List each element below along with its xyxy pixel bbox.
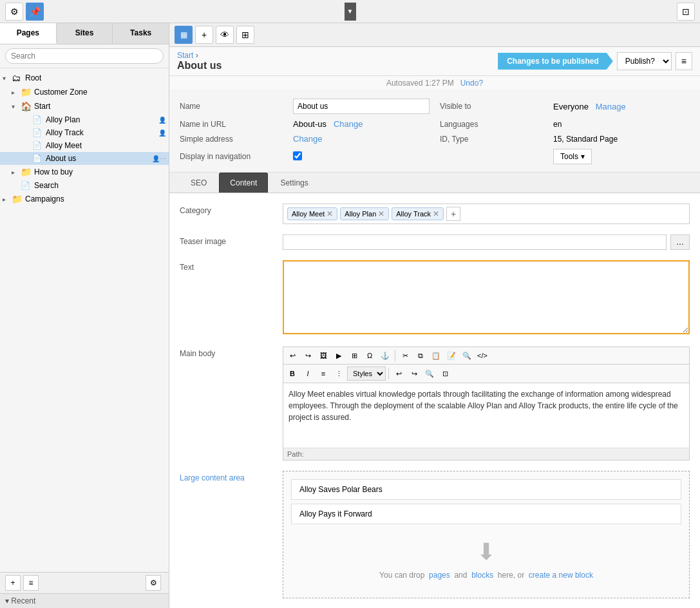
- add-category-button[interactable]: +: [446, 207, 460, 221]
- rte-redo2-btn[interactable]: ↪: [407, 367, 421, 380]
- tree-item-root[interactable]: ▾ 🗂 Root: [0, 71, 169, 85]
- text-label: Text: [180, 260, 283, 272]
- rte-toolbar-1: ↩ ↪ 🖼 ▶ ⊞ Ω ⚓ ✂ ⧉ 📋 📝 🔍: [283, 347, 689, 365]
- tab-content[interactable]: Content: [219, 173, 268, 193]
- tree-label-search: Search: [34, 181, 166, 190]
- rte-undo-btn[interactable]: ↩: [285, 349, 299, 362]
- drop-item-forward[interactable]: Alloy Pays it Forward: [291, 504, 681, 524]
- tree-item-how-to-buy[interactable]: ▸ 📁 How to buy: [0, 165, 169, 179]
- drop-pages-link[interactable]: pages: [429, 571, 450, 580]
- sidebar-settings-button[interactable]: ⚙: [146, 575, 161, 591]
- recent-text: Recent: [11, 596, 35, 605]
- display-in-nav-checkbox[interactable]: [293, 151, 302, 160]
- expand-icon: ▾: [3, 75, 12, 82]
- rte-styles-select[interactable]: Styles: [347, 366, 386, 381]
- drop-zone-placeholder: ⬇ You can drop pages and blocks here, or…: [291, 528, 681, 590]
- id-type-value-container: 15, Standard Page: [553, 134, 690, 144]
- preview-icon-btn[interactable]: 👁: [216, 26, 234, 44]
- menu-button[interactable]: ≡: [23, 575, 39, 591]
- add-icon-btn[interactable]: +: [195, 26, 213, 44]
- create-new-block-link[interactable]: create a new block: [529, 571, 593, 580]
- rte-ul-btn[interactable]: ≡: [316, 367, 330, 380]
- tree-item-about-us[interactable]: 📄 About us 👤 ⋯: [0, 152, 169, 165]
- search-input[interactable]: [5, 48, 164, 64]
- rte-sep-2: [388, 368, 389, 379]
- settings-icon-btn[interactable]: ⚙: [5, 3, 23, 21]
- drop-here: here, or: [498, 571, 524, 580]
- window-icon-btn[interactable]: ⊡: [677, 3, 695, 21]
- page-icon: 📄: [32, 115, 44, 124]
- header-menu-button[interactable]: ≡: [676, 52, 692, 70]
- tree-item-alloy-plan[interactable]: 📄 Alloy Plan 👤: [0, 113, 169, 126]
- drop-zone[interactable]: Alloy Saves Polar Bears Alloy Pays it Fo…: [283, 471, 690, 598]
- publish-select[interactable]: Publish?: [617, 52, 672, 70]
- tools-button[interactable]: Tools ▾: [553, 149, 592, 164]
- tab-sites[interactable]: Sites: [57, 23, 113, 44]
- rte-search-btn[interactable]: 🔍: [422, 367, 437, 380]
- changes-to-publish-button[interactable]: Changes to be published: [498, 53, 613, 70]
- rte-copy-btn[interactable]: ⧉: [413, 349, 428, 362]
- drop-blocks-link[interactable]: blocks: [471, 571, 493, 580]
- tree-item-customer-zone[interactable]: ▸ 📁 Customer Zone: [0, 85, 169, 99]
- rte-find-btn[interactable]: 🔍: [460, 349, 474, 362]
- add-page-button[interactable]: +: [5, 575, 21, 591]
- text-textarea[interactable]: [283, 260, 690, 334]
- tag-label: Alloy Track: [396, 210, 431, 218]
- rte-image-btn[interactable]: 🖼: [316, 349, 330, 362]
- rte-code-btn[interactable]: </>: [475, 349, 489, 362]
- large-content-row: Large content area Alloy Saves Polar Bea…: [180, 471, 690, 598]
- rte-char-btn[interactable]: Ω: [363, 349, 377, 362]
- simple-address-change-link[interactable]: Change: [293, 134, 323, 144]
- breadcrumb-start[interactable]: Start: [177, 51, 193, 60]
- rte-body[interactable]: Alloy Meet enables virtual knowledge por…: [283, 383, 689, 448]
- simple-address-label: Simple address: [180, 135, 283, 144]
- tree-item-start[interactable]: ▾ 🏠 Start: [0, 99, 169, 113]
- name-input[interactable]: [293, 99, 430, 114]
- name-in-url-text: About-us: [293, 119, 326, 129]
- tree-item-search[interactable]: 📄 Search: [0, 179, 169, 192]
- tag-remove-alloy-track[interactable]: ✕: [433, 209, 439, 218]
- tab-tasks[interactable]: Tasks: [113, 23, 169, 44]
- pin-icon-btn[interactable]: 📌: [26, 3, 44, 21]
- sidebar-search-container: [0, 44, 169, 68]
- rte-italic-btn[interactable]: I: [301, 367, 315, 380]
- tab-pages[interactable]: Pages: [0, 23, 57, 44]
- category-label: Category: [180, 204, 283, 215]
- tag-remove-alloy-plan[interactable]: ✕: [378, 209, 384, 218]
- menu-icon[interactable]: ⋯: [160, 155, 166, 162]
- tree-item-alloy-meet[interactable]: 📄 Alloy Meet: [0, 139, 169, 152]
- name-in-url-value: About-us Change: [293, 119, 430, 129]
- rte-table-btn[interactable]: ⊞: [347, 349, 361, 362]
- center-dropdown[interactable]: ▼: [345, 3, 356, 21]
- rte-paste-text-btn[interactable]: 📝: [444, 349, 459, 362]
- rte-source-btn[interactable]: ⊡: [438, 367, 452, 380]
- rte-media-btn[interactable]: ▶: [332, 349, 346, 362]
- tree-item-alloy-track[interactable]: 📄 Alloy Track 👤: [0, 126, 169, 139]
- page-type-icon-btn[interactable]: ▦: [175, 26, 193, 44]
- category-box[interactable]: Alloy Meet ✕ Alloy Plan ✕ Alloy Track ✕ …: [283, 204, 690, 224]
- rte-cut-btn[interactable]: ✂: [398, 349, 412, 362]
- tag-remove-alloy-meet[interactable]: ✕: [326, 209, 333, 218]
- undo-link[interactable]: Undo?: [460, 79, 483, 88]
- rte-bold-btn[interactable]: B: [285, 367, 299, 380]
- drop-item-polar-bears[interactable]: Alloy Saves Polar Bears: [291, 479, 681, 500]
- tag-label: Alloy Plan: [345, 210, 376, 218]
- recent-bar[interactable]: ▾ Recent: [0, 593, 169, 608]
- tab-seo[interactable]: SEO: [180, 173, 218, 193]
- tab-settings[interactable]: Settings: [269, 173, 319, 193]
- teaser-browse-button[interactable]: …: [670, 234, 690, 250]
- tag-alloy-plan: Alloy Plan ✕: [340, 207, 389, 220]
- tree-item-campaigns[interactable]: ▸ 📁 Campaigns: [0, 192, 169, 206]
- rte-ol-btn[interactable]: ⋮: [332, 367, 346, 380]
- rte-undo2-btn[interactable]: ↩: [392, 367, 406, 380]
- tools-arrow-icon: ▾: [581, 152, 585, 161]
- category-control: Alloy Meet ✕ Alloy Plan ✕ Alloy Track ✕ …: [283, 204, 690, 224]
- rte-paste-btn[interactable]: 📋: [429, 349, 443, 362]
- rte-anchor-btn[interactable]: ⚓: [378, 349, 392, 362]
- rte-redo-btn[interactable]: ↪: [301, 349, 315, 362]
- teaser-input[interactable]: [283, 234, 667, 250]
- autosave-text: Autosaved 1:27 PM: [386, 79, 454, 88]
- manage-link[interactable]: Manage: [596, 102, 626, 111]
- compare-icon-btn[interactable]: ⊞: [236, 26, 254, 44]
- url-change-link[interactable]: Change: [334, 119, 363, 129]
